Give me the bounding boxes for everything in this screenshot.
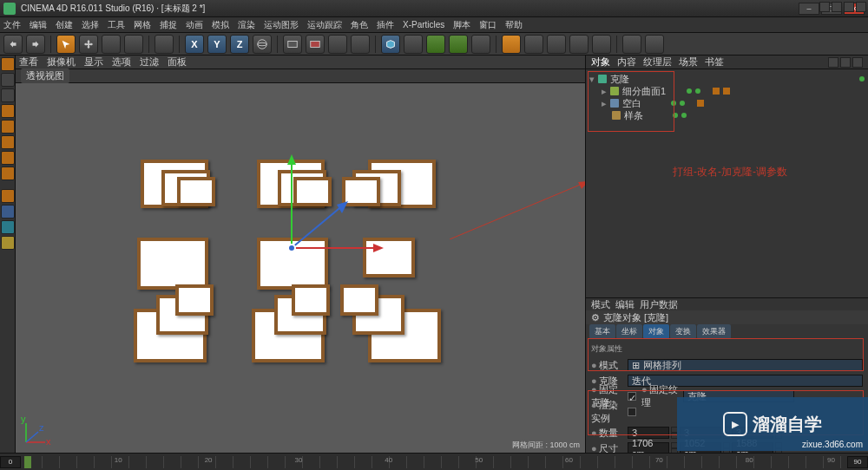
subtab-transform[interactable]: 变换 — [670, 324, 696, 339]
menu-char[interactable]: 角色 — [351, 19, 368, 31]
menu-help[interactable]: 帮助 — [505, 19, 523, 31]
menu-xp[interactable]: X-Particles — [403, 20, 444, 29]
attr-tab-user[interactable]: 用户数据 — [640, 298, 678, 311]
texture-mode[interactable] — [1, 151, 15, 165]
viewport-3d[interactable]: y x z 网格间距 : 1000 cm — [16, 83, 585, 453]
snap-edge[interactable] — [1, 220, 15, 234]
menu-motrack[interactable]: 运动跟踪 — [307, 19, 342, 31]
render-active[interactable] — [328, 35, 347, 54]
vp-filter[interactable]: 过滤 — [140, 55, 159, 69]
subtab-object[interactable]: 对象 — [643, 324, 669, 339]
generator-nurbs[interactable] — [426, 35, 445, 54]
render-pv[interactable] — [306, 35, 325, 54]
tab-objects[interactable]: 对象 — [591, 55, 610, 69]
subtab-effectors[interactable]: 效果器 — [697, 324, 731, 339]
xp-system[interactable] — [645, 35, 664, 54]
axis-x[interactable]: X — [185, 35, 204, 54]
fix-clone-check[interactable]: ✓ — [628, 392, 636, 401]
axis-mode[interactable] — [1, 88, 15, 102]
menu-file[interactable]: 文件 — [3, 19, 21, 31]
tl-start[interactable]: 0 — [0, 456, 21, 468]
snap-vertex[interactable] — [1, 205, 15, 219]
menu-tools[interactable]: 工具 — [108, 19, 125, 31]
gear-icon[interactable]: ⚙ — [591, 312, 600, 323]
watermark-play-icon: ▶ — [723, 412, 747, 436]
timeline[interactable]: 0 0 10 20 30 40 50 60 70 80 90 90 — [0, 453, 868, 470]
tree-row-null[interactable]: ▸ 空白 — [589, 97, 865, 109]
mograph[interactable] — [569, 35, 589, 54]
subtab-coord[interactable]: 坐标 — [616, 324, 642, 339]
edge-mode[interactable] — [1, 120, 15, 134]
rotate-tool[interactable] — [124, 35, 143, 54]
axis-widget-icon: y x z — [21, 416, 52, 447]
object-mode[interactable] — [1, 73, 15, 87]
tree-row-cloner[interactable]: ▾ 克隆 — [589, 73, 865, 85]
tl-end[interactable]: 90 — [847, 456, 868, 468]
menu-mesh[interactable]: 网格 — [134, 19, 151, 31]
deformer[interactable] — [471, 35, 490, 54]
tab-bookmarks[interactable]: 书签 — [705, 55, 724, 69]
last-tool[interactable] — [155, 35, 174, 54]
vp-panel[interactable]: 面板 — [168, 55, 187, 69]
menu-create[interactable]: 创建 — [56, 19, 73, 31]
svg-text:y: y — [21, 416, 26, 424]
mode-toolbar — [0, 55, 16, 453]
axis-z[interactable]: Z — [230, 35, 249, 54]
redo-button[interactable] — [26, 35, 45, 54]
menu-window[interactable]: 窗口 — [479, 19, 496, 31]
light[interactable] — [547, 35, 566, 54]
watermark: ▶ 溜溜自学 zixue.3d66.com — [677, 397, 868, 451]
poly-mode[interactable] — [1, 135, 15, 149]
snap-poly[interactable] — [1, 236, 15, 250]
attr-tab-mode[interactable]: 模式 — [591, 298, 610, 311]
move-tool[interactable] — [79, 35, 98, 54]
menu-script[interactable]: 脚本 — [453, 19, 470, 31]
menu-edit[interactable]: 编辑 — [30, 19, 47, 31]
tree-row-subdiv[interactable]: ▸ 细分曲面1 — [589, 85, 865, 97]
tree-row-spline[interactable]: 样条 — [589, 109, 865, 121]
world-axis[interactable] — [253, 35, 272, 54]
subtab-basic[interactable]: 基本 — [589, 324, 615, 339]
spline-tool[interactable] — [404, 35, 423, 54]
generator-array[interactable] — [449, 35, 468, 54]
object-manager[interactable]: ▾ 克隆 ▸ 细分曲面1 ▸ 空白 样条 — [586, 69, 868, 298]
menu-sim[interactable]: 模拟 — [212, 19, 229, 31]
inst-check[interactable] — [628, 408, 636, 416]
menu-anim[interactable]: 动画 — [186, 19, 203, 31]
vp-options[interactable]: 选项 — [112, 55, 131, 69]
menu-select[interactable]: 选择 — [82, 19, 99, 31]
tab-tex[interactable]: 纹理层 — [643, 55, 672, 69]
tab-content[interactable]: 内容 — [617, 55, 636, 69]
cloth-tag[interactable] — [592, 35, 611, 54]
timeline-ruler[interactable]: 0 10 20 30 40 50 60 70 80 90 — [24, 456, 844, 468]
workplane-mode[interactable] — [1, 166, 15, 180]
size-x[interactable]: 1706 cm — [628, 442, 669, 453]
vp-display[interactable]: 显示 — [84, 55, 103, 69]
snap-toggle[interactable] — [1, 189, 15, 203]
svg-marker-5 — [287, 154, 296, 165]
point-mode[interactable] — [1, 104, 15, 118]
primitive-cube[interactable] — [381, 35, 400, 54]
render-view[interactable] — [283, 35, 302, 54]
env-floor[interactable] — [502, 35, 521, 54]
render-settings[interactable] — [351, 35, 370, 54]
vp-view[interactable]: 查看 — [19, 55, 38, 69]
axis-y[interactable]: Y — [207, 35, 227, 54]
mode-select[interactable]: ⊞网格排列 — [628, 359, 863, 371]
minimize-button[interactable]: – — [799, 3, 819, 15]
menu-mograph[interactable]: 运动图形 — [264, 19, 299, 31]
tab-scene[interactable]: 场景 — [679, 55, 698, 69]
menu-snap[interactable]: 捕捉 — [160, 19, 177, 31]
viewport-nav-icons[interactable] — [819, 2, 866, 12]
count-x[interactable]: 3 — [628, 427, 669, 439]
menu-plugins[interactable]: 插件 — [377, 19, 394, 31]
menu-render[interactable]: 渲染 — [238, 19, 255, 31]
camera[interactable] — [524, 35, 543, 54]
select-tool[interactable] — [56, 35, 76, 54]
vp-camera[interactable]: 摄像机 — [47, 55, 76, 69]
attr-tab-edit[interactable]: 编辑 — [615, 298, 635, 311]
xp-emitter[interactable] — [622, 35, 641, 54]
model-mode[interactable] — [1, 57, 15, 71]
undo-button[interactable] — [3, 35, 23, 54]
scale-tool[interactable] — [102, 35, 121, 54]
